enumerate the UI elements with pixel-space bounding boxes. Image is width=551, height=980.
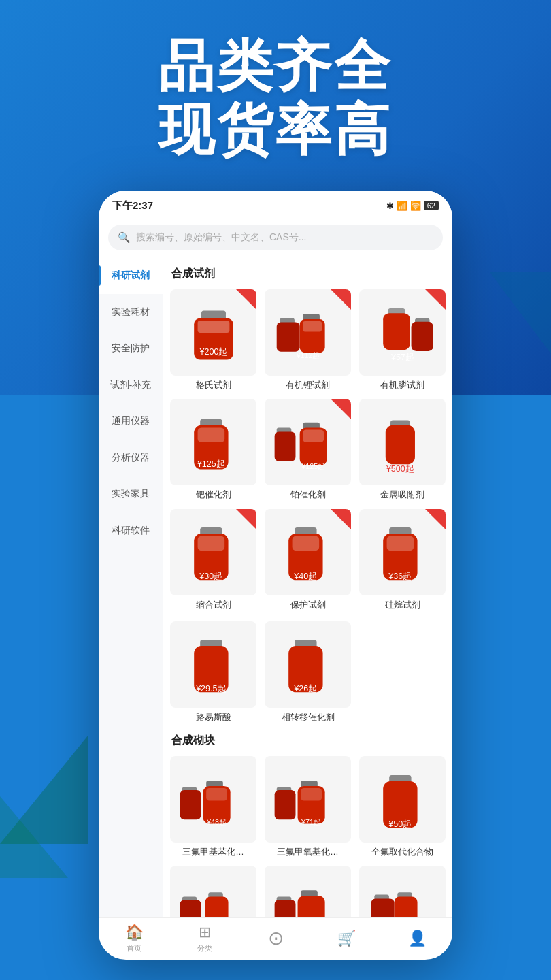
svg-text:¥40起: ¥40起 (293, 572, 317, 581)
product-xiudai[interactable]: ¥30起 溴代苯硼酸 (265, 866, 351, 917)
product-geshi[interactable]: ¥200起 格氏试剂 (170, 289, 256, 391)
svg-text:¥48起: ¥48起 (206, 818, 227, 826)
sidebar-item-shiji[interactable]: 试剂-补充 (99, 367, 163, 404)
sidebar-item-anquan[interactable]: 安全防护 (99, 330, 163, 367)
svg-rect-17 (197, 427, 224, 442)
svg-text:¥50起: ¥50起 (388, 819, 412, 828)
product-grid-qikuai: ¥48起 三氟甲基苯化… ¥71起 (170, 756, 446, 917)
nav-profile[interactable]: 👤 (382, 930, 452, 947)
product-label-luyi: 路易斯酸 (196, 712, 231, 723)
product-img-liumo: ¥25起 (170, 866, 256, 917)
sidebar-item-jiaju[interactable]: 实验家具 (99, 476, 163, 512)
badge-corner-5 (236, 509, 256, 529)
product-img-guiwang: ¥36起 (359, 509, 446, 595)
svg-rect-62 (180, 900, 201, 917)
svg-rect-38 (386, 536, 414, 551)
phone-mockup: 下午2:37 ✱ 📶 🛜 62 🔍 搜索编号、原始编号、中文名、CAS号... … (99, 191, 452, 960)
deco-triangle-left2 (0, 796, 68, 878)
signal-icon: 📶 (397, 201, 407, 211)
home-icon: 🏠 (125, 924, 144, 941)
sidebar-item-tongyong[interactable]: 通用仪器 (99, 403, 163, 440)
product-img-quanfu: ¥50起 (359, 756, 446, 843)
sidebar-item-shiyan[interactable]: 实验耗材 (99, 294, 163, 331)
product-img-xiangzhuan: ¥26起 (265, 621, 351, 708)
bluetooth-icon: ✱ (386, 201, 394, 211)
bottle-svg-14: ¥50起 (366, 763, 439, 836)
product-sanfuyang[interactable]: ¥71起 三氟甲氧基化… (265, 756, 351, 858)
product-img-pa: ¥125起 (170, 399, 256, 485)
product-label-guiwang: 硅烷试剂 (385, 600, 420, 610)
nav-home-label: 首页 (127, 943, 141, 953)
search-placeholder: 搜索编号、原始编号、中文名、CAS号... (136, 231, 306, 244)
svg-rect-30 (197, 536, 224, 551)
content-area: 科研试剂 实验耗材 安全防护 试剂-补充 通用仪器 分析仪器 实验家具 科研软件 (99, 257, 452, 917)
nav-home[interactable]: 🏠 首页 (99, 924, 169, 953)
product-label-jinshu: 金属吸附剂 (380, 489, 424, 500)
sidebar-item-keyan[interactable]: 科研试剂 (99, 257, 163, 294)
search-bar[interactable]: 🔍 搜索编号、原始编号、中文名、CAS号... (108, 225, 443, 250)
product-guiwang[interactable]: ¥36起 硅烷试剂 (359, 509, 446, 610)
svg-rect-26 (385, 425, 414, 465)
bottle-svg-13: ¥71起 (271, 763, 345, 836)
product-img-youjili: ¥112起 (265, 289, 351, 376)
badge-corner-3 (425, 289, 446, 310)
svg-text:¥125起: ¥125起 (301, 461, 325, 470)
product-label-sanfujia: 三氟甲基苯化… (182, 847, 244, 858)
product-luyi[interactable]: ¥29.5起 路易斯酸 (170, 621, 256, 723)
product-img-sanfuyang: ¥71起 (265, 756, 351, 843)
product-liumo[interactable]: ¥25起 硫醚·硫醚 (170, 866, 256, 917)
product-youjilin[interactable]: ¥57起 有机膦试剂 (359, 289, 446, 391)
product-label-geshi: 格氏试剂 (196, 380, 231, 391)
product-quanfu[interactable]: ¥50起 全氟取代化合物 (359, 756, 446, 858)
product-suohe[interactable]: ¥30起 缩合试剂 (170, 509, 256, 610)
svg-rect-74 (394, 896, 417, 917)
svg-rect-72 (371, 898, 394, 917)
bottle-svg-10: ¥29.5起 (177, 627, 250, 701)
product-grid-hecheng-row4: ¥29.5起 路易斯酸 ¥26起 相转移催化剂 (170, 621, 446, 723)
svg-rect-20 (274, 431, 295, 461)
product-zahuan[interactable]: ¥29起 杂环硼酸 (359, 866, 446, 917)
product-pa[interactable]: ¥125起 钯催化剂 (170, 399, 256, 500)
product-jinshu[interactable]: ¥500起 金属吸附剂 (359, 399, 446, 500)
product-img-luyi: ¥29.5起 (170, 621, 256, 708)
badge-corner-6 (331, 509, 351, 529)
nav-cart[interactable]: 🛒 (311, 930, 382, 947)
badge-corner-2 (331, 289, 351, 310)
svg-text:¥30起: ¥30起 (199, 572, 222, 581)
product-xiangzhuan[interactable]: ¥26起 相转移催化剂 (265, 621, 351, 723)
svg-text:¥500起: ¥500起 (385, 464, 414, 474)
svg-text:¥57起: ¥57起 (390, 352, 414, 361)
wifi-icon: 🛜 (410, 201, 421, 211)
badge-corner-7 (425, 509, 446, 529)
svg-rect-64 (205, 896, 228, 917)
product-label-baohu: 保护试剂 (290, 600, 326, 610)
svg-rect-34 (292, 536, 319, 551)
product-img-sanfujia: ¥48起 (170, 756, 256, 843)
svg-text:¥112起: ¥112起 (295, 351, 320, 359)
svg-rect-53 (274, 790, 295, 819)
sidebar: 科研试剂 实验耗材 安全防护 试剂-补充 通用仪器 分析仪器 实验家具 科研软件 (99, 257, 163, 917)
cart-icon: 🛒 (337, 930, 356, 947)
main-content: 合成试剂 ¥200起 格氏试剂 (163, 257, 452, 917)
battery-icon: 62 (424, 201, 439, 210)
badge-corner (236, 289, 256, 310)
status-bar: 下午2:37 ✱ 📶 🛜 62 (99, 191, 452, 220)
bottle-svg-11: ¥26起 (271, 627, 345, 701)
bottle-svg-16: ¥30起 (271, 872, 345, 917)
product-sanfujia[interactable]: ¥48起 三氟甲基苯化… (170, 756, 256, 858)
sidebar-item-ruanjian[interactable]: 科研软件 (99, 512, 163, 549)
nav-category-label: 分类 (197, 943, 212, 953)
nav-scan[interactable]: ⊙ (240, 927, 311, 949)
svg-rect-69 (297, 896, 324, 917)
nav-category[interactable]: ⊞ 分类 (169, 924, 240, 953)
product-grid-hecheng: ¥200起 格氏试剂 ¥112起 (170, 289, 446, 610)
product-baohu[interactable]: ¥40起 保护试剂 (265, 509, 351, 610)
product-img-suohe: ¥30起 (170, 509, 256, 595)
svg-rect-11 (383, 313, 410, 350)
product-label-xiangzhuan: 相转移催化剂 (282, 712, 335, 723)
product-pt[interactable]: ¥125起 铂催化剂 (265, 399, 351, 500)
svg-text:¥29.5起: ¥29.5起 (195, 684, 226, 693)
sidebar-item-fenxi[interactable]: 分析仪器 (99, 440, 163, 476)
product-youjili[interactable]: ¥112起 有机锂试剂 (265, 289, 351, 391)
bottle-svg-6: ¥500起 (366, 406, 439, 479)
